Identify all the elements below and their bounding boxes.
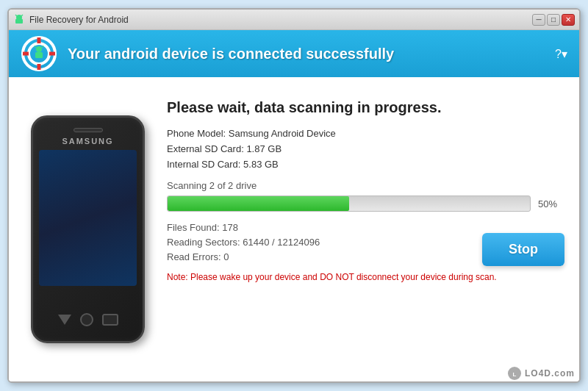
read-errors-row: Read Errors: 0	[167, 251, 320, 262]
window-title: File Recovery for Android	[29, 15, 129, 25]
title-bar: File Recovery for Android ─ □ ✕	[9, 10, 579, 30]
svg-line-3	[21, 15, 23, 16]
header-banner: Your android device is connected success…	[9, 30, 579, 77]
reading-sectors-row: Reading Sectors: 61440 / 12124096	[167, 237, 320, 248]
files-found-value: 178	[222, 222, 238, 233]
phone-back-button	[58, 315, 71, 325]
external-sd-label: External SD Card:	[167, 143, 244, 154]
internal-sd-label: Internal SD Card:	[167, 159, 240, 170]
android-rescue-logo	[21, 35, 57, 72]
svg-point-10	[36, 46, 42, 52]
title-bar-left: File Recovery for Android	[13, 14, 129, 26]
lo4d-icon: L	[507, 366, 522, 381]
phone-speaker	[74, 128, 103, 132]
scanning-label: Scanning 2 of 2 drive	[167, 180, 564, 191]
phone-brand: SAMSUNG	[62, 137, 113, 146]
progress-bar-background	[167, 196, 531, 212]
files-found-row: Files Found: 178	[167, 222, 320, 233]
internal-sd-row: Internal SD Card: 5.83 GB	[167, 159, 564, 170]
stats-section: Files Found: 178 Reading Sectors: 61440 …	[167, 222, 320, 266]
watermark: L LO4D.com	[507, 366, 575, 381]
read-errors-label: Read Errors:	[167, 251, 221, 262]
stop-button[interactable]: Stop	[482, 233, 564, 266]
read-errors-value: 0	[223, 251, 229, 262]
close-button[interactable]: ✕	[562, 14, 575, 26]
help-icon[interactable]: ?▾	[555, 47, 567, 61]
progress-percent: 50%	[538, 198, 564, 209]
svg-rect-1	[15, 19, 23, 24]
phone-home-button	[80, 313, 93, 326]
phone-model-label: Phone Model:	[167, 128, 226, 139]
reading-sectors-label: Reading Sectors:	[167, 237, 240, 248]
note-text: Note: Please wake up your device and DO …	[167, 272, 564, 282]
main-window: File Recovery for Android ─ □ ✕ Your and…	[7, 8, 581, 383]
svg-text:L: L	[513, 371, 517, 378]
progress-container: 50%	[167, 196, 564, 212]
svg-line-13	[42, 46, 43, 48]
phone-model-row: Phone Model: Samsung Android Device	[167, 128, 564, 139]
info-panel: Please wait, data scanning in progress. …	[167, 92, 564, 367]
svg-line-2	[15, 15, 17, 16]
title-bar-controls: ─ □ ✕	[532, 14, 575, 26]
bottom-row: Files Found: 178 Reading Sectors: 61440 …	[167, 222, 564, 266]
phone-menu-button	[102, 314, 118, 326]
svg-line-12	[35, 46, 36, 48]
phone-model-value: Samsung Android Device	[229, 128, 336, 139]
phone-screen	[39, 150, 137, 286]
svg-rect-11	[35, 52, 43, 58]
minimize-button[interactable]: ─	[532, 14, 545, 26]
header-title: Your android device is connected success…	[68, 46, 545, 62]
app-icon	[13, 14, 25, 26]
external-sd-row: External SD Card: 1.87 GB	[167, 143, 564, 154]
phone-screen-inner	[39, 150, 137, 286]
phone-container: SAMSUNG	[24, 92, 152, 367]
main-content: SAMSUNG Please wait, data scanning in pr…	[9, 77, 579, 381]
internal-sd-value: 5.83 GB	[243, 159, 279, 170]
phone-image: SAMSUNG	[31, 115, 145, 343]
phone-home-bar	[58, 313, 118, 326]
files-found-label: Files Found:	[167, 222, 220, 233]
scan-title: Please wait, data scanning in progress.	[167, 99, 564, 116]
progress-bar-fill	[168, 196, 349, 211]
watermark-label: LO4D.com	[525, 368, 575, 379]
reading-sectors-value: 61440 / 12124096	[243, 237, 320, 248]
maximize-button[interactable]: □	[547, 14, 560, 26]
external-sd-value: 1.87 GB	[246, 143, 282, 154]
